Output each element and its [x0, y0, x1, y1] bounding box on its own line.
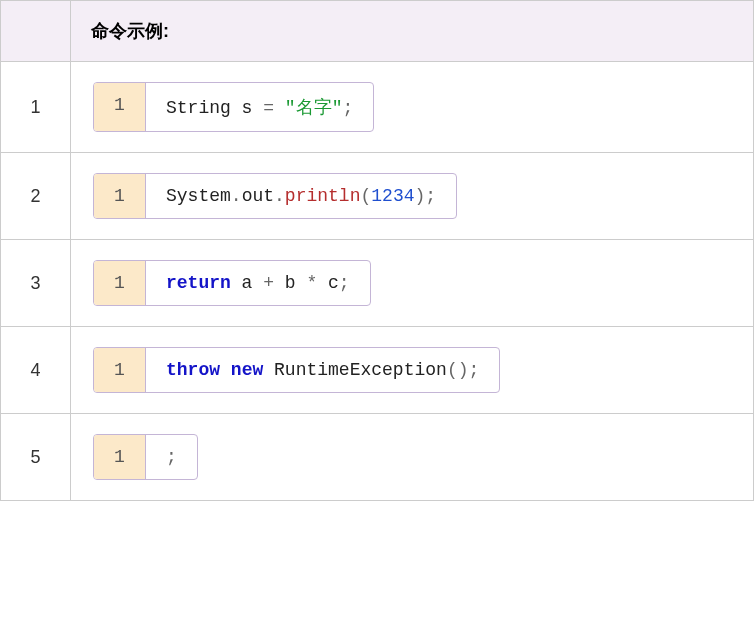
- header-row: 命令示例:: [1, 1, 754, 62]
- code-token: ;: [339, 273, 350, 293]
- row-number: 5: [1, 414, 71, 501]
- code-cell: 1;: [71, 414, 754, 501]
- code-token: *: [306, 273, 317, 293]
- code-content: System.out.println(1234);: [146, 174, 456, 218]
- code-line-number: 1: [94, 174, 146, 218]
- row-number: 4: [1, 327, 71, 414]
- code-token: .: [274, 186, 285, 206]
- row-num-header: [1, 1, 71, 62]
- code-cell: 1throw new RuntimeException();: [71, 327, 754, 414]
- code-cell: 1String s = "名字";: [71, 62, 754, 153]
- code-cell: 1return a + b * c;: [71, 240, 754, 327]
- row-number: 2: [1, 153, 71, 240]
- table-row: 21System.out.println(1234);: [1, 153, 754, 240]
- header-label: 命令示例:: [71, 1, 754, 62]
- code-token: return: [166, 273, 231, 293]
- table-row: 11String s = "名字";: [1, 62, 754, 153]
- code-token: [274, 98, 285, 118]
- code-token: ;: [166, 447, 177, 467]
- code-block: 1String s = "名字";: [93, 82, 374, 132]
- code-block: 1throw new RuntimeException();: [93, 347, 500, 393]
- row-number: 3: [1, 240, 71, 327]
- code-token: RuntimeException: [263, 360, 447, 380]
- code-line-number: 1: [94, 261, 146, 305]
- code-content: return a + b * c;: [146, 261, 370, 305]
- code-line-number: 1: [94, 348, 146, 392]
- code-token: String s: [166, 98, 263, 118]
- code-content: throw new RuntimeException();: [146, 348, 499, 392]
- code-line-number: 1: [94, 83, 146, 131]
- code-token: c: [317, 273, 339, 293]
- code-token: new: [231, 360, 263, 380]
- code-token: ;: [468, 360, 479, 380]
- code-line-number: 1: [94, 435, 146, 479]
- code-token: =: [263, 98, 274, 118]
- code-token: ;: [342, 98, 353, 118]
- code-token: "名字": [285, 98, 343, 118]
- code-token: (: [360, 186, 371, 206]
- code-token: out: [242, 186, 274, 206]
- code-token: [220, 360, 231, 380]
- code-cell: 1System.out.println(1234);: [71, 153, 754, 240]
- examples-table: 命令示例: 11String s = "名字";21System.out.pri…: [0, 0, 754, 501]
- table-row: 51;: [1, 414, 754, 501]
- code-block: 1;: [93, 434, 198, 480]
- table-row: 31return a + b * c;: [1, 240, 754, 327]
- code-block: 1System.out.println(1234);: [93, 173, 457, 219]
- code-block: 1return a + b * c;: [93, 260, 371, 306]
- table-row: 41throw new RuntimeException();: [1, 327, 754, 414]
- code-token: +: [263, 273, 274, 293]
- code-token: 1234: [371, 186, 414, 206]
- code-content: ;: [146, 435, 197, 479]
- code-token: ;: [425, 186, 436, 206]
- code-content: String s = "名字";: [146, 83, 373, 131]
- row-number: 1: [1, 62, 71, 153]
- code-token: System: [166, 186, 231, 206]
- code-token: throw: [166, 360, 220, 380]
- code-token: a: [231, 273, 263, 293]
- code-token: .: [231, 186, 242, 206]
- code-token: b: [274, 273, 306, 293]
- code-token: ): [415, 186, 426, 206]
- code-token: (): [447, 360, 469, 380]
- code-token: println: [285, 186, 361, 206]
